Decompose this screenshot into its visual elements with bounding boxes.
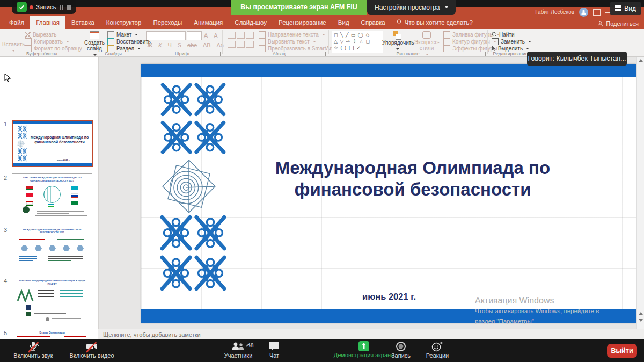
tab-file[interactable]: Файл	[3, 16, 30, 29]
reset-icon	[107, 38, 114, 45]
reactions-button[interactable]: Реакции	[420, 341, 455, 359]
leave-button[interactable]: Выйти	[607, 344, 637, 358]
paste-icon	[9, 31, 17, 41]
globe-icon	[43, 186, 61, 203]
drawing-dialog-launcher[interactable]	[481, 52, 486, 56]
tab-home[interactable]: Главная	[30, 16, 65, 29]
notes-placeholder: Щелкните, чтобы добавить заметки	[103, 330, 201, 340]
group-label-clipboard: Буфер обмена	[15, 51, 69, 56]
align-left-icon[interactable]	[228, 41, 236, 48]
strikethrough-button[interactable]: abc	[187, 42, 197, 48]
text-shadow-button[interactable]: S	[178, 42, 181, 48]
ribbon-display-options-icon[interactable]	[593, 9, 601, 16]
view-settings-label: Настройки просмотра	[375, 4, 440, 11]
font-grow-shrink[interactable]: А А	[204, 32, 222, 39]
watermark-line3: раздел "Параметры".	[475, 317, 599, 326]
tell-me-label: Что вы хотите сделать?	[405, 19, 473, 26]
chevron-up-icon[interactable]	[92, 344, 98, 347]
arrange-label: Упорядочить	[382, 40, 412, 46]
slide-thumbnail-2[interactable]: УЧАСТНИКИ МЕЖДУНАРОДНОЙ ОЛИМПИАДЫ ПО ФИН…	[12, 173, 92, 219]
shape-outline-label: Контур фигуры	[452, 39, 490, 45]
tab-transitions[interactable]: Переходы	[147, 16, 188, 29]
next-slide-icon[interactable]	[639, 319, 643, 322]
slide-canvas: Международная Олимпиада по финансовой бе…	[98, 56, 644, 329]
arrange-button[interactable]: Упорядочить	[382, 30, 412, 52]
shield-check-icon	[17, 2, 27, 12]
person-icon	[581, 9, 587, 15]
font-size-combobox[interactable]	[187, 31, 202, 40]
tab-review[interactable]: Рецензирование	[273, 16, 332, 29]
reset-button[interactable]: Восстановить	[107, 38, 151, 45]
stop-recording-icon[interactable]	[67, 5, 71, 10]
replace-button[interactable]: Заменить	[492, 38, 531, 45]
view-button[interactable]: Вид	[610, 2, 641, 15]
numbering-icon[interactable]	[237, 32, 245, 39]
italic-button[interactable]: К	[158, 42, 162, 48]
layout-button[interactable]: Макет	[107, 31, 138, 38]
start-video-button[interactable]: Включить видео	[62, 341, 122, 359]
shapes-gallery[interactable]: ◻ ╲ ╱ ▭ ◯ ◇ △ ▽ ⇨ ⇩ ☆ ◻ ☆ ( ) { } ✓	[332, 31, 383, 53]
paste-button[interactable]: Вставить	[2, 30, 24, 53]
participants-icon: 48	[230, 341, 246, 352]
font-style-buttons: Ж К Ч S abc АВ Аа	[147, 42, 228, 48]
vertical-scrollbar[interactable]	[636, 56, 644, 329]
slide-number: 5	[4, 330, 7, 336]
bold-button[interactable]: Ж	[147, 42, 152, 48]
font-dialog-launcher[interactable]	[216, 52, 221, 56]
underline-button[interactable]: Ч	[167, 42, 171, 48]
participants-button[interactable]: 48 Участники	[214, 341, 263, 359]
tab-help[interactable]: Справка	[355, 16, 391, 29]
slide-date[interactable]: июнь 2021 г.	[352, 292, 427, 302]
slide-title[interactable]: Международная Олимпиада по финансовой бе…	[222, 157, 604, 201]
align-text-button[interactable]: Выровнять текст	[259, 38, 316, 45]
avatar[interactable]	[579, 8, 588, 17]
slide-thumbnail-4[interactable]: Участники Международного сетевого инстит…	[12, 277, 92, 322]
tell-me[interactable]: Что вы хотите сделать?	[391, 16, 478, 29]
chevron-up-icon[interactable]	[34, 344, 40, 347]
align-text-icon	[259, 38, 266, 45]
record-button[interactable]: Запись	[385, 341, 416, 359]
tab-insert[interactable]: Вставка	[65, 16, 100, 29]
line-spacing-icon[interactable]	[246, 32, 254, 39]
pause-recording-icon[interactable]	[59, 5, 64, 10]
chevron-up-icon[interactable]	[246, 344, 251, 347]
slide-thumbnail-1[interactable]: Международная Олимпиада по финансовой бе…	[12, 120, 93, 167]
thumb-caption-box	[35, 207, 87, 216]
hexagon-icon	[77, 245, 84, 251]
tab-slideshow[interactable]: Слайд-шоу	[229, 16, 273, 29]
font-name-combobox[interactable]	[146, 31, 186, 40]
kazakh-ornament-bottom	[159, 213, 228, 293]
paragraph-dialog-launcher[interactable]	[321, 52, 326, 56]
find-button[interactable]: Найти	[492, 31, 515, 38]
tab-view[interactable]: Вид	[332, 16, 355, 29]
align-center-icon[interactable]	[237, 41, 245, 48]
paste-label: Вставить	[2, 41, 24, 47]
text-direction-button[interactable]: Направление текста	[259, 31, 325, 38]
mute-button[interactable]: Включить звук	[4, 341, 62, 359]
flag-belarus	[26, 186, 33, 190]
change-case-button[interactable]: Аа	[217, 42, 224, 48]
cut-button[interactable]: Вырезать	[25, 31, 56, 38]
tab-design[interactable]: Конструктор	[100, 16, 148, 29]
thumb-top-bar	[13, 121, 92, 124]
tab-animations[interactable]: Анимация	[188, 16, 229, 29]
previous-slide-icon[interactable]	[639, 312, 643, 315]
notes-panel[interactable]: Щелкните, чтобы добавить заметки	[98, 329, 644, 340]
slide-editor[interactable]: Международная Олимпиада по финансовой бе…	[141, 64, 636, 323]
select-label: Выделить	[498, 46, 523, 52]
screen: Международная Олимпиада по финансовой бе…	[0, 0, 644, 362]
hexagon-icon	[63, 245, 70, 251]
bullets-icon[interactable]	[228, 32, 236, 39]
slide-thumbnail-5[interactable]: Этапы Олимпиады	[12, 329, 92, 339]
clipboard-dialog-launcher[interactable]	[75, 52, 79, 56]
shape-outline-button[interactable]: Контур фигуры	[443, 38, 496, 45]
character-spacing-button[interactable]: АВ	[203, 42, 211, 48]
slide-thumbnail-3[interactable]: МЕЖДУНАРОДНАЯ ОЛИМПИАДА ПО ФИНАНСОВОЙ БЕ…	[12, 226, 92, 271]
shapes-row: ☆ ( ) { } ✓	[334, 45, 381, 51]
scroll-up-icon[interactable]	[639, 59, 643, 62]
share-button[interactable]: Поделиться	[597, 20, 639, 27]
align-right-icon[interactable]	[246, 41, 254, 48]
chat-button[interactable]: Чат	[258, 341, 291, 359]
copy-button[interactable]: Копировать	[25, 38, 69, 45]
view-settings-button[interactable]: Настройки просмотра	[367, 0, 456, 15]
